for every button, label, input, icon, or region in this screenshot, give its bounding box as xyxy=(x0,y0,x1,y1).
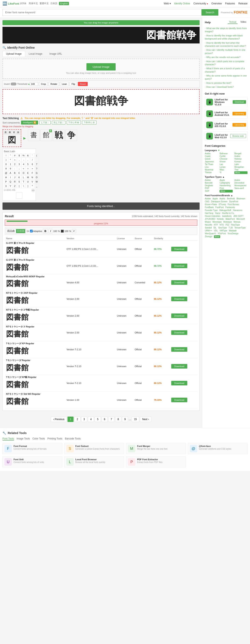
cat-f-fontbank[interactable]: FontBank xyxy=(205,206,214,208)
cat-f-sandoll[interactable]: Sandoll xyxy=(205,226,212,229)
char-panel-btn4[interactable]: 国 xyxy=(16,130,20,134)
tool-tab-color[interactable]: Color Tools xyxy=(33,437,45,440)
cat-type-more[interactable]: More xyxy=(220,190,233,192)
tool-card[interactable]: L Local Font Browser Browse all the loca… xyxy=(64,456,124,468)
threshold-input[interactable] xyxy=(30,82,38,86)
char-cell[interactable]: _ xyxy=(35,184,39,188)
char-panel-btn2[interactable]: 囲 xyxy=(8,130,12,134)
cat-coptic[interactable]: Coptic xyxy=(205,155,218,157)
char-cell[interactable]: + xyxy=(13,158,17,162)
cat-f-p22[interactable]: P22 xyxy=(226,224,229,226)
char-cell[interactable]: & xyxy=(26,154,30,158)
reset-btn[interactable]: Reset xyxy=(78,82,88,86)
char-cell[interactable]: C xyxy=(17,171,21,175)
char-cell[interactable]: 7 xyxy=(35,162,39,166)
page-btn-8[interactable]: 8 xyxy=(115,416,121,422)
page-btn-9[interactable]: 9 xyxy=(122,416,128,422)
char-cell[interactable]: 5 xyxy=(26,162,30,166)
adaptive-check[interactable]: Adaptive xyxy=(30,230,42,232)
sort-ltb[interactable]: L-T-B ↕ xyxy=(39,121,50,124)
char-cell[interactable]: : xyxy=(13,166,17,171)
cat-f-iwatafonts[interactable]: Iwatafonts xyxy=(222,215,232,217)
page-btn-15[interactable]: 15 xyxy=(132,416,139,422)
cat-f-hanyi[interactable]: Hanyi xyxy=(215,212,220,214)
cat-tibetan[interactable]: Tibetan xyxy=(205,171,218,174)
tab-upload-image[interactable]: Upload Image xyxy=(3,51,25,57)
download-btn-4[interactable]: Download xyxy=(171,314,187,318)
cat-f-elsner[interactable]: Elsner+Flake xyxy=(205,203,217,206)
cat-hebrew[interactable]: Hebrew xyxy=(234,158,247,160)
char-cell[interactable]: \ xyxy=(22,184,26,188)
nav-identify[interactable]: Identify Online xyxy=(174,2,190,5)
cat-f-etrump[interactable]: ETrump xyxy=(219,203,226,206)
cat-f-microsoft[interactable]: Microsoft xyxy=(236,218,245,220)
char-cell[interactable]: 0 xyxy=(4,162,8,166)
logo[interactable]: 🔤 LikeFont 识字体 xyxy=(3,1,26,6)
cat-f-hanazono[interactable]: Hanazono xyxy=(233,209,242,212)
page-btn-6[interactable]: 6 xyxy=(102,416,108,422)
cat-f-motoya[interactable]: Motoya xyxy=(233,221,240,223)
char-cell[interactable]: M xyxy=(26,175,30,180)
download-btn-1[interactable]: Download xyxy=(171,264,187,268)
download-btn-7[interactable]: Download xyxy=(171,364,187,368)
char-cell[interactable]: Q xyxy=(8,180,13,184)
char-cell[interactable]: $ xyxy=(17,154,21,158)
cat-japanese[interactable]: Japanese xyxy=(205,160,218,163)
char-cell[interactable]: . xyxy=(26,158,30,162)
char-cell[interactable]: ; xyxy=(17,166,21,171)
tool-tab-image[interactable]: Image Tools xyxy=(17,437,30,440)
cat-barcode[interactable]: Barcode xyxy=(205,182,218,184)
upload-area[interactable]: Upload Image You can also drag image her… xyxy=(3,58,200,79)
cat-mongolian[interactable]: Mongolian xyxy=(234,166,247,168)
cat-f-house[interactable]: House Industries xyxy=(205,215,220,217)
tool-card[interactable]: F Font Format Convert fonts among lots o… xyxy=(3,443,62,454)
char-cell[interactable]: U xyxy=(26,180,30,184)
app-btn[interactable]: Upcoming xyxy=(232,123,246,126)
char-cell[interactable]: Y xyxy=(8,184,13,188)
lang-simplified[interactable]: 简体中文 xyxy=(29,2,38,5)
cat-f-paratype[interactable]: ParaType xyxy=(231,224,240,226)
char-cell[interactable]: 8 xyxy=(4,166,8,171)
char-cell[interactable]: < xyxy=(22,166,26,171)
cat-f-arphic[interactable]: Arphic xyxy=(220,198,225,200)
char-cell[interactable]: [ xyxy=(17,184,21,188)
cat-f-wadaab[interactable]: Wadaab xyxy=(229,230,237,232)
nav-web[interactable]: Web ▾ xyxy=(164,2,171,5)
cat-sansserif[interactable]: Sans-serif xyxy=(234,187,247,190)
char-cell[interactable] xyxy=(35,158,39,162)
cat-monospaced[interactable]: Monospaced xyxy=(234,184,247,187)
cat-serif[interactable]: Serif xyxy=(205,190,218,192)
char-cell[interactable]: L xyxy=(22,175,26,180)
cat-f-monotype[interactable]: Monotype xyxy=(212,221,222,223)
cat-f-vdl[interactable]: VDL xyxy=(214,230,218,232)
nav-release[interactable]: Release xyxy=(238,2,247,5)
page-btn-1[interactable]: 1 xyxy=(67,416,74,422)
cat-f-yoozdesign[interactable]: YoozDesign xyxy=(227,232,238,235)
cat-greek[interactable]: Greek xyxy=(205,158,218,160)
cat-f-cg[interactable]: C&G xyxy=(205,200,209,203)
cat-f-neuville[interactable]: Neuville xyxy=(205,224,212,226)
lang-english[interactable]: English xyxy=(59,2,69,5)
cat-yi[interactable]: Yi xyxy=(220,171,233,174)
char-cell[interactable]: T xyxy=(22,180,26,184)
cat-f-foundertype[interactable]: Founder Type xyxy=(205,209,218,212)
italic-btn[interactable]: I xyxy=(49,229,53,233)
char-cell[interactable]: / xyxy=(30,158,34,162)
tab-local-image[interactable]: Local Image xyxy=(25,51,46,57)
char-cell[interactable]: 4 xyxy=(22,162,26,166)
char-cell[interactable]: W xyxy=(35,180,39,184)
cat-f-t26[interactable]: T-26 xyxy=(228,226,233,229)
app-btn[interactable]: Download xyxy=(233,100,246,104)
cat-taitham[interactable]: Tai Tham xyxy=(205,163,218,166)
char-cell[interactable]: # xyxy=(13,154,17,158)
download-btn-0[interactable]: Download xyxy=(171,247,187,251)
help-item[interactable]: What if there are a bunch of parts of a … xyxy=(205,67,247,74)
char-cell[interactable]: Z xyxy=(13,184,17,188)
char-cell[interactable]: 1 xyxy=(8,162,13,166)
flip-btn[interactable]: Flip xyxy=(70,82,77,86)
cat-f-fontworks[interactable]: Fontworks xyxy=(225,206,235,208)
char-cell[interactable]: ! xyxy=(4,154,8,158)
char-cell[interactable]: 6 xyxy=(30,162,34,166)
char-cell[interactable]: P xyxy=(4,180,8,184)
help-tab-video[interactable]: Video xyxy=(239,20,247,24)
